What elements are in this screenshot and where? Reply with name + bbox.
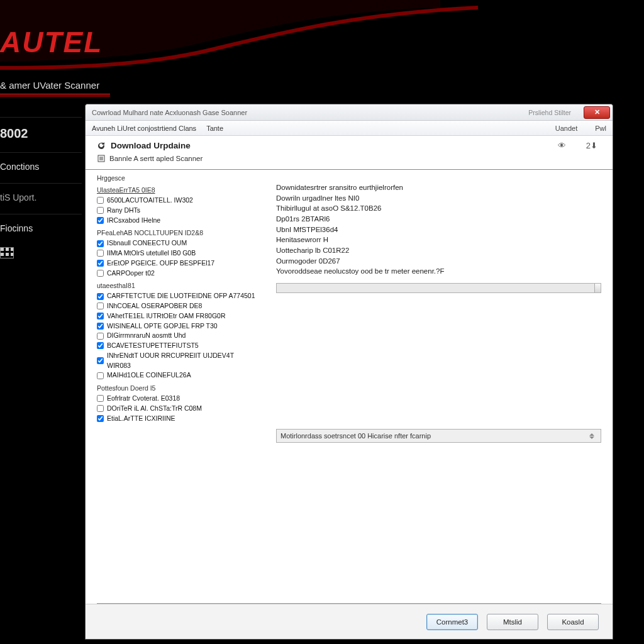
log-line: Ourmogoder 0D267 [276, 256, 601, 267]
last-button[interactable]: Koasld [547, 614, 599, 630]
package-row[interactable]: MAIHd1OLE COINEFUL26A [97, 370, 257, 380]
footer: Cornmet3 Mtslid Koasld [86, 604, 613, 639]
package-checkbox[interactable] [97, 405, 104, 412]
package-checkbox[interactable] [97, 303, 104, 309]
subheader-subtitle: Bannle A sertt apled Scanner [109, 155, 203, 162]
package-label: DOriTeR iL Al. ChSTa:TrR C08M [107, 404, 202, 414]
menu-right-1[interactable]: Uandet [555, 125, 577, 132]
package-checkbox[interactable] [97, 415, 104, 422]
package-checkbox[interactable] [97, 342, 104, 349]
menu-item-2[interactable]: Tante [206, 125, 223, 132]
package-row[interactable]: DIGirrmnraruN aosmtt Uhd [97, 331, 257, 341]
package-row[interactable]: ISbnaull CONEECTU OUM [97, 238, 257, 248]
package-checkbox[interactable] [97, 357, 104, 364]
list-micro-1: Hrggesce [97, 175, 257, 182]
package-checkbox[interactable] [97, 372, 104, 379]
connect-button[interactable]: Cornmet3 [426, 614, 478, 630]
subheader: Download Urpdaine Bannle A sertt apled S… [86, 136, 613, 170]
package-label: CARPOoper t02 [107, 269, 155, 279]
package-label: INhrENdtT UOUR RRCUPRElIT UIJDEV4T WIR08… [107, 351, 257, 371]
package-label: ErEtOP PGEICE. OUFP BESPFEl17 [107, 258, 214, 269]
window-title-right: Prsliehd Stilter [528, 109, 571, 116]
package-row[interactable]: EtiaL.ArTTE ICXIRIINE [97, 414, 257, 424]
package-row[interactable]: DOriTeR iL Al. ChSTa:TrR C08M [97, 404, 257, 414]
log-line: UbnI MfSTPEl36d4 [276, 225, 601, 235]
package-row[interactable]: 6500LACUTOAITELL. IW302 [97, 196, 257, 206]
log-line: Uottecharip lb C01R22 [276, 245, 601, 256]
window-titlebar: Cowrload Mulhard nate Acxluonash Gase So… [86, 104, 613, 121]
update-window: Cowrload Mulhard nate Acxluonash Gase So… [85, 104, 613, 640]
package-row[interactable]: IRCsxabod IHelne [97, 216, 257, 226]
package-row[interactable]: VAhetTE1EL IUTRtOEtr OAM FR80G0R [97, 311, 257, 321]
package-row[interactable]: CARFTETCTUE DIE LUOTFEIDNE OFP A774501 [97, 291, 257, 301]
log-line: Thibirllugul at asoO S&12.T0B26 [276, 203, 601, 214]
package-row[interactable]: IIMtA MtOlrS utetullel IB0 G0B [97, 248, 257, 258]
window-title: Cowrload Mulhard nate Acxluonash Gase So… [92, 109, 247, 116]
package-checkbox[interactable] [97, 313, 104, 319]
package-checkbox[interactable] [97, 260, 104, 267]
package-label: BCAVETESTUPETTEFIUTST5 [107, 341, 199, 351]
package-label: IIMtA MtOlrS utetullel IB0 G0B [107, 248, 196, 258]
view-icon[interactable]: 👁 [558, 141, 566, 150]
log-line: Downidatesrtrer sransitro eurthjielrorfe… [276, 182, 601, 193]
log-line: Dp01rs 2BTARl6 [276, 214, 601, 225]
package-label: Eofrlratr Cvoterat. E0318 [107, 394, 180, 404]
package-checkbox[interactable] [97, 270, 104, 277]
package-row[interactable]: Rany DHTs [97, 206, 257, 216]
package-checkbox[interactable] [97, 323, 104, 330]
package-checkbox[interactable] [97, 197, 104, 204]
package-label: EtiaL.ArTTE ICXIRIINE [107, 414, 175, 424]
log-line: Henitasewrorr H [276, 235, 601, 245]
sidebar-item-model[interactable]: 8002 [0, 117, 82, 148]
package-checkbox[interactable] [97, 395, 104, 402]
package-checkbox[interactable] [97, 240, 104, 247]
stepper-icon[interactable] [589, 431, 598, 441]
group3-title: utaeesthaI81 [97, 282, 257, 289]
app-subtitle: & amer UVater Scanner [0, 80, 110, 97]
package-label: ISbnaull CONEECTU OUM [107, 238, 187, 248]
close-button[interactable]: ✕ [584, 106, 610, 119]
package-label: CARFTETCTUE DIE LUOTFEIDNE OFP A774501 [107, 291, 255, 301]
package-row[interactable]: INhrENdtT UOUR RRCUPRElIT UIJDEV4T WIR08… [97, 351, 257, 371]
status-field[interactable]: Motirlonrdass soetrsncet 00 Hicarise nft… [276, 429, 601, 443]
menu-item-1[interactable]: Avuneh LiUret conjostrtiend Clans [92, 125, 196, 132]
refresh-icon [97, 142, 106, 150]
package-row[interactable]: CARPOoper t02 [97, 269, 257, 279]
grid-icon[interactable] [0, 247, 14, 258]
content-area: Hrggesce UlasteaErrTA5 0IE8 6500LACUTOAI… [86, 170, 613, 603]
package-checkbox[interactable] [97, 250, 104, 257]
sidebar-item-functions[interactable]: Fiocinns [0, 214, 82, 241]
package-row[interactable]: Eofrlratr Cvoterat. E0318 [97, 394, 257, 404]
list-icon [97, 154, 106, 163]
progress-bar[interactable] [276, 283, 601, 293]
package-label: WISINEALL OPTE GOPJEL FRP T30 [107, 321, 218, 331]
subheader-title: Download Urpdaine [111, 141, 191, 150]
log-line: Dowriln urgadlner ltes NI0 [276, 193, 601, 204]
middle-button[interactable]: Mtslid [487, 614, 538, 630]
package-row[interactable]: ErEtOP PGEICE. OUFP BESPFEl17 [97, 258, 257, 269]
status-text: Motirlonrdass soetrsncet 00 Hicarise nft… [280, 432, 431, 440]
sidebar-item-support[interactable]: tiS Uport. [0, 183, 82, 210]
group4-title: Pottesfoun Doerd I5 [97, 384, 257, 392]
sidebar: 8002 Conctions tiS Uport. Fiocinns [0, 113, 82, 260]
group2-title: PFeaLehAB NOCLLTUUPEN ID2&8 [97, 229, 257, 236]
log-panel: Downidatesrtrer sransitro eurthjielrorfe… [276, 171, 601, 601]
sidebar-item-connections[interactable]: Conctions [0, 152, 82, 179]
list-micro-2: UlasteaErrTA5 0IE8 [97, 187, 257, 194]
log-line: Yovoroddseae neolucstoy ood be tr meter … [276, 266, 601, 277]
package-label: MAIHd1OLE COINEFUL26A [107, 370, 191, 380]
menu-right-2[interactable]: Pwl [595, 125, 606, 132]
package-checkbox[interactable] [97, 217, 104, 224]
package-checkbox[interactable] [97, 207, 104, 214]
package-row[interactable]: BCAVETESTUPETTEFIUTST5 [97, 341, 257, 351]
package-row[interactable]: INhCOEAL OSERAPOBER DE8 [97, 301, 257, 311]
brand-logo: AUTEL [0, 25, 103, 59]
package-checkbox[interactable] [97, 333, 104, 340]
package-checkbox[interactable] [97, 293, 104, 300]
menubar: Avuneh LiUret conjostrtiend Clans Tante … [86, 121, 613, 136]
package-label: DIGirrmnraruN aosmtt Uhd [107, 331, 186, 341]
package-label: 6500LACUTOAITELL. IW302 [107, 196, 193, 206]
package-row[interactable]: WISINEALL OPTE GOPJEL FRP T30 [97, 321, 257, 331]
download-count-icon[interactable]: 2⬇ [586, 141, 597, 150]
package-label: INhCOEAL OSERAPOBER DE8 [107, 301, 202, 311]
